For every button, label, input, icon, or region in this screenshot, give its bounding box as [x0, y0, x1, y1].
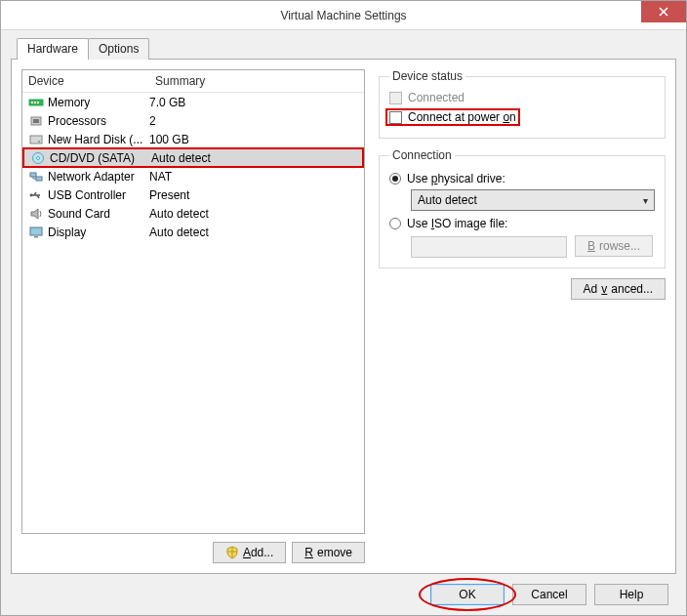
left-column: Device Summary Memory 7.0 GB Processors … [21, 69, 365, 563]
device-name: Sound Card [48, 207, 149, 221]
settings-window: Virtual Machine Settings Hardware Option… [0, 0, 687, 616]
connected-row: Connected [389, 91, 655, 104]
ok-highlight: OK [430, 584, 505, 605]
device-name: New Hard Disk (... [48, 133, 149, 146]
svg-rect-14 [34, 236, 38, 238]
use-iso-row[interactable]: Use ISO image file: [389, 217, 655, 230]
display-icon [28, 226, 44, 239]
device-summary: Auto detect [149, 226, 360, 239]
titlebar: Virtual Machine Settings [1, 1, 686, 30]
shield-icon [225, 546, 239, 559]
device-summary: Auto detect [151, 151, 358, 165]
svg-rect-11 [36, 177, 42, 181]
column-header-summary[interactable]: Summary [149, 70, 364, 92]
usb-icon [28, 188, 44, 202]
svg-rect-5 [33, 119, 39, 123]
physical-drive-value: Auto detect [418, 193, 477, 207]
browse-button: Browse... [575, 235, 653, 257]
connect-poweron-label: Connect at power on [408, 110, 516, 124]
connected-label: Connected [408, 91, 465, 104]
add-label-rest: dd... [251, 546, 273, 559]
connect-poweron-checkbox[interactable] [389, 111, 402, 124]
close-button[interactable] [641, 1, 686, 22]
hardware-panel: Device Summary Memory 7.0 GB Processors … [11, 59, 676, 574]
svg-point-9 [37, 156, 40, 159]
svg-rect-6 [30, 136, 42, 144]
remove-button[interactable]: Remove [292, 542, 365, 563]
use-iso-radio[interactable] [389, 218, 401, 229]
add-underline: A [243, 546, 251, 559]
dialog-body: Hardware Options Device Summary Memory 7… [1, 30, 686, 615]
connection-group: Connection Use physical drive: Auto dete… [379, 148, 666, 268]
chevron-down-icon: ▾ [643, 195, 648, 206]
device-name: CD/DVD (SATA) [50, 151, 151, 165]
cd-icon [30, 151, 46, 165]
svg-point-7 [38, 141, 40, 143]
physical-drive-select[interactable]: Auto detect ▾ [411, 189, 655, 211]
device-row-harddisk[interactable]: New Hard Disk (... 100 GB [22, 130, 364, 148]
connection-legend: Connection [389, 148, 455, 162]
device-name: USB Controller [48, 188, 149, 202]
device-summary: 100 GB [149, 133, 360, 146]
svg-rect-13 [30, 227, 42, 235]
network-icon [28, 170, 44, 184]
device-row-display[interactable]: Display Auto detect [22, 223, 364, 241]
svg-rect-2 [34, 102, 36, 103]
device-row-memory[interactable]: Memory 7.0 GB [22, 93, 364, 111]
column-header-device[interactable]: Device [22, 70, 149, 92]
device-name: Processors [48, 114, 149, 128]
device-summary: 7.0 GB [149, 96, 360, 109]
device-row-network[interactable]: Network Adapter NAT [22, 167, 364, 185]
device-status-group: Device status Connected Connect at power… [379, 69, 666, 139]
use-physical-label: Use physical drive: [407, 172, 505, 185]
use-physical-radio[interactable] [389, 173, 401, 185]
remove-label-rest: emove [317, 546, 352, 559]
advanced-row: Advanced... [379, 278, 666, 300]
device-status-legend: Device status [389, 69, 465, 83]
cancel-button[interactable]: Cancel [512, 584, 586, 605]
iso-path-input [411, 236, 567, 258]
tab-options[interactable]: Options [88, 38, 149, 60]
tab-strip: Hardware Options [17, 38, 676, 60]
device-row-usb[interactable]: USB Controller Present [22, 185, 364, 204]
dialog-buttons: OK Cancel Help [11, 574, 676, 605]
device-name: Network Adapter [48, 170, 149, 184]
device-buttons: Add... Remove [21, 542, 365, 563]
use-iso-label: Use ISO image file: [407, 217, 507, 230]
close-icon [659, 7, 668, 17]
cpu-icon [28, 114, 44, 128]
device-summary: Auto detect [149, 207, 360, 221]
device-summary: 2 [149, 114, 360, 128]
device-row-processors[interactable]: Processors 2 [22, 111, 364, 130]
help-button[interactable]: Help [594, 584, 668, 605]
hdd-icon [28, 133, 44, 146]
device-name: Memory [48, 96, 149, 109]
device-row-sound[interactable]: Sound Card Auto detect [22, 204, 364, 223]
advanced-button[interactable]: Advanced... [571, 278, 666, 300]
device-name: Display [48, 226, 149, 239]
add-button[interactable]: Add... [213, 542, 286, 563]
memory-icon [28, 96, 44, 109]
svg-rect-3 [37, 102, 39, 103]
svg-point-12 [30, 193, 33, 196]
connected-checkbox [389, 92, 402, 104]
device-row-cddvd[interactable]: CD/DVD (SATA) Auto detect [22, 147, 364, 168]
use-physical-row[interactable]: Use physical drive: [389, 172, 655, 185]
device-summary: NAT [149, 170, 360, 184]
window-title: Virtual Machine Settings [1, 9, 686, 22]
device-list-header: Device Summary [22, 70, 364, 93]
ok-button[interactable]: OK [430, 584, 505, 605]
tab-hardware[interactable]: Hardware [17, 38, 89, 60]
connect-poweron-row: Connect at power on [385, 108, 520, 126]
device-summary: Present [149, 188, 360, 202]
device-list: Device Summary Memory 7.0 GB Processors … [21, 69, 365, 534]
svg-rect-10 [30, 173, 36, 177]
right-column: Device status Connected Connect at power… [379, 69, 666, 563]
svg-rect-1 [31, 102, 33, 103]
sound-icon [28, 207, 44, 221]
